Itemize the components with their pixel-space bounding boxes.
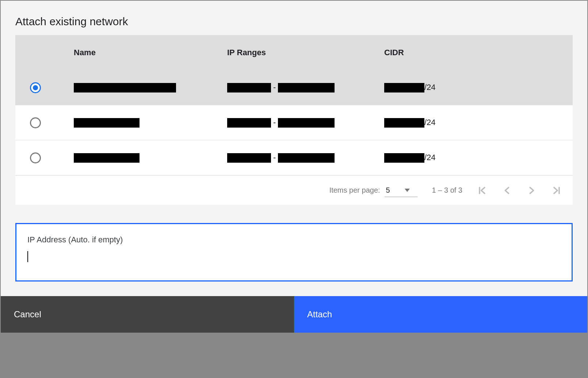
table-row[interactable]: - /24 [15, 140, 573, 175]
redacted-text [74, 118, 140, 128]
first-page-icon [477, 185, 487, 196]
row-cidr: /24 [384, 83, 573, 92]
dialog-title: Attach existing network [15, 15, 573, 28]
pagination-range: 1 – 3 of 3 [432, 186, 462, 194]
redacted-text [74, 153, 140, 163]
table-header-row: Name IP Ranges CIDR [15, 35, 573, 70]
items-per-page-label: Items per page: [329, 186, 380, 194]
row-radio[interactable] [30, 82, 41, 93]
table-header-name: Name [74, 48, 227, 57]
dialog-header: Attach existing network [1, 1, 587, 35]
ip-address-field[interactable]: IP Address (Auto. if empty) [15, 223, 573, 281]
table-row[interactable]: - /24 [15, 70, 573, 105]
cidr-suffix: /24 [424, 83, 436, 92]
network-table: Name IP Ranges CIDR - /24 [15, 35, 573, 205]
table-row[interactable]: - /24 [15, 105, 573, 140]
row-name [74, 153, 227, 163]
row-radio[interactable] [30, 152, 41, 163]
last-page-icon [551, 185, 562, 196]
cidr-suffix: /24 [424, 118, 436, 127]
redacted-text [227, 118, 271, 128]
chevron-left-icon [502, 185, 512, 196]
redacted-text [278, 153, 335, 163]
redacted-text [278, 83, 335, 92]
row-ip-ranges: - [227, 83, 384, 92]
row-name [74, 118, 227, 128]
row-radio[interactable] [30, 117, 41, 128]
redacted-text [74, 83, 176, 92]
last-page-button[interactable] [551, 185, 562, 196]
ip-address-input[interactable] [28, 252, 561, 262]
cancel-button[interactable]: Cancel [1, 296, 294, 333]
dialog-footer: Cancel Attach [1, 296, 587, 333]
row-name [74, 83, 227, 92]
redacted-text [384, 83, 424, 92]
ip-address-label: IP Address (Auto. if empty) [27, 235, 561, 245]
row-cidr: /24 [384, 153, 573, 163]
redacted-text [227, 153, 271, 163]
cidr-suffix: /24 [424, 153, 436, 162]
chevron-right-icon [527, 185, 537, 196]
redacted-text [278, 118, 335, 128]
next-page-button[interactable] [527, 185, 537, 196]
attach-button[interactable]: Attach [294, 296, 587, 333]
items-per-page-value: 5 [386, 186, 390, 194]
redacted-text [384, 118, 424, 128]
row-ip-ranges: - [227, 153, 384, 163]
chevron-down-icon [405, 189, 410, 192]
table-header-cidr: CIDR [384, 48, 573, 57]
table-header-ip-ranges: IP Ranges [227, 48, 384, 57]
redacted-text [384, 153, 424, 163]
prev-page-button[interactable] [502, 185, 512, 196]
first-page-button[interactable] [477, 185, 487, 196]
redacted-text [227, 83, 271, 92]
paginator: Items per page: 5 1 – 3 of 3 [15, 175, 573, 205]
attach-network-dialog: Attach existing network Name IP Ranges C… [0, 0, 588, 333]
row-cidr: /24 [384, 118, 573, 128]
items-per-page-select[interactable]: 5 [385, 184, 417, 197]
row-ip-ranges: - [227, 118, 384, 128]
